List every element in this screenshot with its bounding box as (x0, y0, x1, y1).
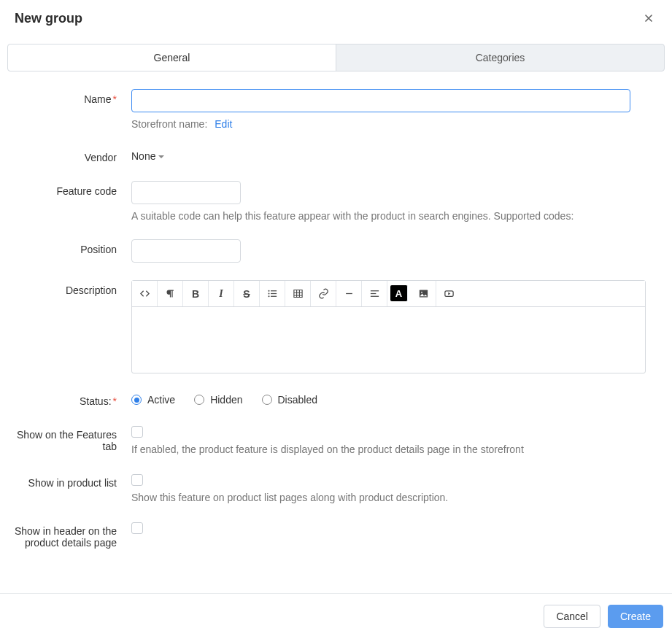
vendor-dropdown[interactable]: None (131, 147, 164, 162)
label-description: Description (7, 280, 131, 296)
show-product-list-checkbox[interactable] (131, 474, 143, 486)
image-button[interactable] (411, 281, 436, 306)
horizontal-rule-button[interactable] (336, 281, 362, 306)
edit-storefront-name-link[interactable]: Edit (215, 118, 232, 130)
create-button[interactable]: Create (608, 605, 663, 628)
storefront-name-label: Storefront name: (131, 118, 207, 130)
code-view-button[interactable] (132, 281, 158, 306)
radio-label: Active (147, 394, 175, 406)
tab-categories[interactable]: Categories (336, 44, 664, 71)
link-icon (318, 288, 329, 299)
status-radio-disabled[interactable]: Disabled (262, 394, 317, 406)
label-show-features-tab: Show on the Features tab (7, 425, 131, 452)
svg-point-2 (268, 295, 269, 297)
control-position (131, 239, 665, 263)
svg-rect-5 (271, 296, 277, 297)
vendor-value: None (131, 150, 155, 162)
required-indicator: * (113, 395, 117, 407)
control-feature-code: A suitable code can help this feature ap… (131, 181, 665, 222)
position-input[interactable] (131, 239, 241, 263)
image-icon (418, 288, 429, 299)
pilcrow-icon (165, 288, 176, 299)
control-status: Active Hidden Disabled (131, 391, 665, 406)
control-description: B I S A (131, 280, 665, 373)
control-name: Storefront name: Edit (131, 89, 665, 130)
video-button[interactable] (436, 281, 462, 306)
tab-bar: General Categories (7, 44, 665, 71)
minus-icon (344, 288, 355, 299)
close-icon (642, 12, 655, 25)
align-icon (369, 288, 380, 299)
text-color-button[interactable]: A (390, 285, 408, 301)
text-color-icon: A (395, 288, 402, 299)
feature-code-hint: A suitable code can help this feature ap… (131, 210, 665, 222)
dialog-body: General Categories Name* Storefront name… (0, 36, 672, 593)
row-vendor: Vendor None (7, 147, 665, 163)
row-description: Description B I S A (7, 280, 665, 373)
label-position: Position (7, 239, 131, 255)
radio-label: Hidden (210, 394, 242, 406)
table-icon (293, 288, 304, 299)
svg-rect-4 (271, 293, 277, 294)
svg-point-1 (268, 293, 269, 295)
row-status: Status:* Active Hidden Disabled (7, 391, 665, 407)
tab-general[interactable]: General (8, 44, 336, 71)
italic-button[interactable]: I (209, 281, 234, 306)
radio-icon (262, 395, 272, 405)
radio-icon (194, 395, 204, 405)
italic-icon: I (219, 288, 223, 300)
control-show-product-list: Show this feature on product list pages … (131, 473, 665, 503)
svg-rect-3 (271, 290, 277, 291)
show-header-pdp-checkbox[interactable] (131, 522, 143, 534)
show-features-tab-checkbox[interactable] (131, 426, 143, 438)
control-show-features-tab: If enabled, the product feature is displ… (131, 425, 665, 455)
control-show-header-pdp (131, 521, 665, 534)
paragraph-format-button[interactable] (158, 281, 183, 306)
description-textarea[interactable] (132, 307, 645, 373)
label-show-header-pdp: Show in header on the product details pa… (7, 521, 131, 549)
bold-icon: B (192, 288, 199, 300)
svg-rect-7 (370, 293, 376, 294)
radio-label: Disabled (278, 394, 317, 406)
editor-toolbar: B I S A (132, 281, 645, 307)
status-radio-active[interactable]: Active (131, 394, 175, 406)
dialog-footer: Cancel Create (0, 593, 672, 639)
svg-rect-6 (370, 290, 378, 291)
row-name: Name* Storefront name: Edit (7, 89, 665, 130)
dialog-header: New group (0, 0, 672, 36)
unordered-list-button[interactable] (260, 281, 285, 306)
page-title: New group (15, 11, 82, 26)
svg-point-0 (268, 290, 269, 292)
label-name: Name* (7, 89, 131, 105)
bold-button[interactable]: B (183, 281, 209, 306)
label-status: Status:* (7, 391, 131, 407)
strikethrough-button[interactable]: S (234, 281, 260, 306)
row-feature-code: Feature code A suitable code can help th… (7, 181, 665, 222)
list-ul-icon (267, 288, 278, 299)
row-position: Position (7, 239, 665, 263)
svg-point-10 (421, 292, 422, 293)
control-vendor: None (131, 147, 665, 162)
storefront-name-row: Storefront name: Edit (131, 118, 665, 130)
radio-icon (131, 395, 142, 405)
table-button[interactable] (285, 281, 311, 306)
name-input[interactable] (131, 89, 630, 112)
chevron-down-icon (158, 155, 164, 158)
close-button[interactable] (640, 9, 657, 27)
label-vendor: Vendor (7, 147, 131, 163)
code-icon (139, 288, 150, 299)
show-product-list-hint: Show this feature on product list pages … (131, 492, 665, 503)
show-features-tab-hint: If enabled, the product feature is displ… (131, 444, 665, 455)
svg-rect-8 (370, 296, 378, 297)
row-show-header-pdp: Show in header on the product details pa… (7, 521, 665, 549)
required-indicator: * (113, 93, 117, 105)
link-button[interactable] (311, 281, 336, 306)
rich-text-editor: B I S A (131, 280, 646, 373)
align-button[interactable] (362, 281, 387, 306)
status-radio-hidden[interactable]: Hidden (194, 394, 242, 406)
feature-code-input[interactable] (131, 181, 241, 204)
cancel-button[interactable]: Cancel (544, 605, 600, 628)
strikethrough-icon: S (243, 288, 250, 300)
row-show-features-tab: Show on the Features tab If enabled, the… (7, 425, 665, 455)
row-show-product-list: Show in product list Show this feature o… (7, 473, 665, 503)
